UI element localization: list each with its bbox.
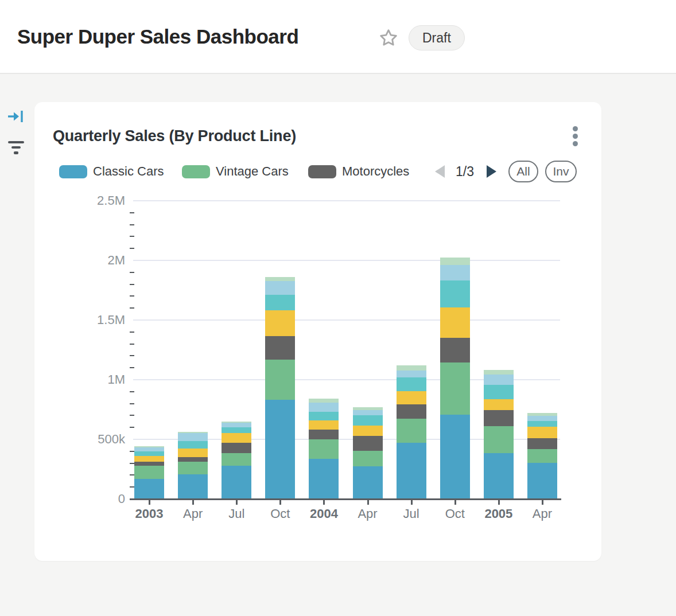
bar-segment[interactable] bbox=[484, 399, 514, 410]
bar-segment[interactable] bbox=[397, 443, 426, 499]
legend-item-label: Vintage Cars bbox=[216, 165, 289, 178]
bar-segment[interactable] bbox=[484, 453, 514, 499]
bar-segment[interactable] bbox=[527, 449, 557, 463]
bar-segment[interactable] bbox=[309, 403, 339, 412]
collapse-panel-icon[interactable] bbox=[7, 108, 24, 127]
bar-segment[interactable] bbox=[484, 385, 514, 399]
bar-segment[interactable] bbox=[397, 404, 426, 419]
legend-item-motorcycles[interactable]: Motorcycles bbox=[308, 165, 409, 178]
bar-segment[interactable] bbox=[484, 370, 514, 375]
bar-segment[interactable] bbox=[527, 427, 557, 438]
kebab-dot bbox=[573, 134, 578, 139]
bar-segment[interactable] bbox=[134, 447, 164, 451]
bar-segment[interactable] bbox=[440, 307, 470, 338]
bar-segment[interactable] bbox=[222, 422, 251, 423]
bar-segment[interactable] bbox=[527, 463, 557, 499]
bar-segment[interactable] bbox=[222, 433, 251, 443]
dashboard-content: Quarterly Sales (By Product Line) 1/3 Al… bbox=[0, 74, 676, 616]
bar-segment[interactable] bbox=[178, 449, 208, 457]
bar-segment[interactable] bbox=[222, 423, 251, 427]
bar-segment[interactable] bbox=[309, 412, 339, 420]
y-minor-tick bbox=[130, 332, 134, 333]
bar-segment[interactable] bbox=[309, 459, 339, 499]
bar-segment[interactable] bbox=[353, 407, 383, 411]
y-axis-label: 1M bbox=[59, 372, 125, 388]
x-axis-tick bbox=[323, 500, 325, 505]
bar-segment[interactable] bbox=[265, 310, 295, 337]
x-axis-tick bbox=[236, 500, 238, 505]
y-axis-label: 1.5M bbox=[59, 312, 125, 328]
y-minor-tick bbox=[130, 403, 134, 404]
bar-segment[interactable] bbox=[440, 258, 470, 264]
bar-segment[interactable] bbox=[134, 456, 164, 462]
legend-item-vintage-cars[interactable]: Vintage Cars bbox=[182, 165, 289, 178]
legend-item-classic-cars[interactable]: Classic Cars bbox=[59, 165, 164, 178]
bar-segment[interactable] bbox=[222, 453, 251, 466]
page-header: Super Duper Sales Dashboard Draft bbox=[0, 0, 676, 73]
bar-segment[interactable] bbox=[265, 295, 295, 310]
bar-segment[interactable] bbox=[484, 375, 514, 385]
bar-segment[interactable] bbox=[397, 419, 426, 443]
bar-segment[interactable] bbox=[440, 362, 470, 415]
bar-segment[interactable] bbox=[178, 474, 208, 499]
legend-next-page-icon[interactable] bbox=[487, 165, 496, 178]
bar-segment[interactable] bbox=[353, 415, 383, 426]
bar-segment[interactable] bbox=[397, 377, 426, 391]
bar-segment[interactable] bbox=[265, 281, 295, 294]
legend-prev-page-icon[interactable] bbox=[435, 165, 445, 178]
bar-segment[interactable] bbox=[527, 416, 557, 421]
bar-segment[interactable] bbox=[527, 438, 557, 449]
bar-segment[interactable] bbox=[134, 446, 164, 447]
bar-segment[interactable] bbox=[397, 365, 426, 371]
bar-segment[interactable] bbox=[178, 441, 208, 449]
bar-segment[interactable] bbox=[265, 336, 295, 360]
bar-segment[interactable] bbox=[134, 451, 164, 456]
favorite-star-icon[interactable] bbox=[379, 28, 398, 50]
y-minor-tick bbox=[130, 355, 134, 356]
bar-segment[interactable] bbox=[353, 426, 383, 436]
bar-segment[interactable] bbox=[134, 466, 164, 479]
y-minor-tick bbox=[130, 284, 134, 285]
x-axis-label: Jul bbox=[215, 506, 258, 521]
bar-segment[interactable] bbox=[178, 462, 208, 474]
filter-icon[interactable] bbox=[8, 141, 24, 155]
bar-segment[interactable] bbox=[353, 451, 383, 466]
chart-plot-area: 0500k1M1.5M2M2.5M2003AprJulOct2004AprJul… bbox=[133, 201, 560, 499]
bar-segment[interactable] bbox=[178, 432, 208, 433]
bar-segment[interactable] bbox=[440, 338, 470, 362]
bar-segment[interactable] bbox=[440, 265, 470, 281]
kebab-menu-icon[interactable] bbox=[568, 126, 582, 150]
bar-segment[interactable] bbox=[353, 436, 383, 451]
bar-segment[interactable] bbox=[527, 421, 557, 427]
bar-segment[interactable] bbox=[265, 277, 295, 282]
bar-segment[interactable] bbox=[353, 410, 383, 415]
bar-segment[interactable] bbox=[178, 457, 208, 462]
bar-segment[interactable] bbox=[178, 433, 208, 441]
bar-segment[interactable] bbox=[484, 426, 514, 453]
bar-segment[interactable] bbox=[484, 410, 514, 426]
bar-segment[interactable] bbox=[222, 427, 251, 433]
bar-segment[interactable] bbox=[222, 466, 251, 499]
bar-segment[interactable] bbox=[134, 479, 164, 499]
y-minor-tick bbox=[130, 307, 134, 309]
bar-segment[interactable] bbox=[397, 391, 426, 404]
bar-segment[interactable] bbox=[440, 415, 470, 499]
y-axis-label: 2.5M bbox=[59, 193, 125, 209]
legend-invert-button[interactable]: Inv bbox=[545, 161, 577, 182]
bar-segment[interactable] bbox=[265, 360, 295, 400]
y-minor-tick bbox=[130, 248, 134, 249]
bar-segment[interactable] bbox=[527, 413, 557, 416]
bar-segment[interactable] bbox=[309, 430, 339, 439]
y-minor-tick bbox=[130, 272, 134, 273]
legend-select-all-button[interactable]: All bbox=[508, 161, 538, 182]
bar-segment[interactable] bbox=[265, 400, 295, 499]
bar-segment[interactable] bbox=[222, 443, 251, 453]
bar-segment[interactable] bbox=[309, 399, 339, 403]
bar-segment[interactable] bbox=[309, 420, 339, 430]
bar-segment[interactable] bbox=[353, 466, 383, 499]
bar-segment[interactable] bbox=[134, 462, 164, 466]
bar-segment[interactable] bbox=[397, 371, 426, 377]
bar-segment[interactable] bbox=[309, 439, 339, 459]
bar-segment[interactable] bbox=[440, 280, 470, 307]
y-minor-tick bbox=[130, 451, 134, 452]
